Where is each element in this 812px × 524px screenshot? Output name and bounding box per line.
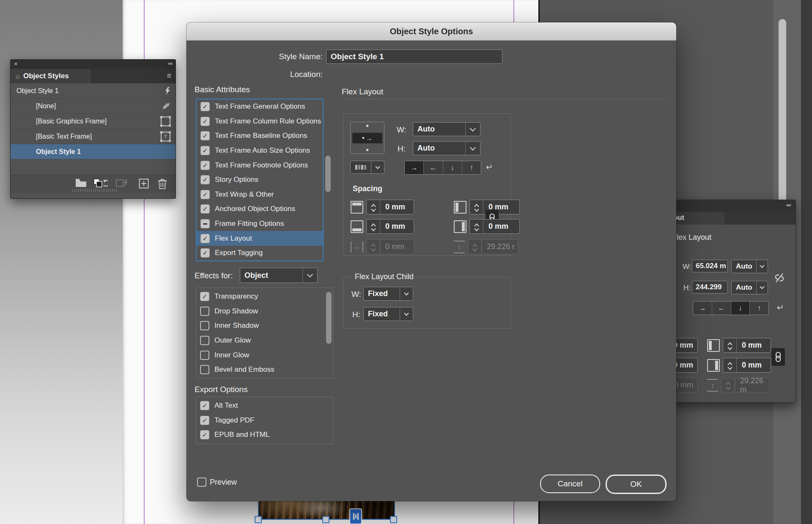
attr-row[interactable]: ✓Text Frame Auto Size Options	[197, 143, 323, 158]
attr-row[interactable]: ✓Text Frame General Options	[197, 99, 323, 114]
direction-up-button[interactable]: ↑	[462, 161, 481, 174]
top-spacing-stepper[interactable]: 0 mm	[366, 200, 414, 214]
clear-attributes-icon[interactable]	[115, 178, 128, 188]
ok-button[interactable]: OK	[606, 475, 667, 494]
align-dot-icon[interactable]	[366, 149, 368, 151]
attr-row[interactable]: ✓Story Options	[197, 173, 323, 187]
chevron-down-icon[interactable]	[371, 161, 384, 174]
effect-row[interactable]: Inner Shadow	[196, 318, 333, 333]
width-value-field[interactable]: 65.024 m	[692, 260, 728, 272]
style-name-input[interactable]: Object Style 1	[326, 49, 502, 64]
direction-down-button[interactable]: ↓	[731, 302, 750, 315]
attr-row[interactable]: ✓Text Frame Baseline Options	[197, 129, 323, 143]
style-row-header[interactable]: Object Style 1	[11, 83, 176, 99]
close-icon[interactable]: ×	[14, 60, 18, 67]
checkbox[interactable]	[200, 307, 209, 316]
left-spacing-stepper[interactable]: 0 mm	[723, 338, 771, 353]
checkbox[interactable]: ✓	[200, 416, 209, 425]
style-row-basic-graphics[interactable]: [Basic Graphics Frame]	[11, 114, 176, 129]
checkbox[interactable]: ✓	[200, 117, 210, 126]
wrap-mode-button[interactable]	[350, 161, 384, 174]
effects-scrollbar[interactable]	[326, 292, 332, 344]
cancel-button[interactable]: Cancel	[540, 475, 600, 493]
style-row-none[interactable]: [None]	[11, 99, 176, 114]
wrap-return-icon[interactable]: ↵	[486, 162, 493, 172]
broken-link-icon[interactable]	[774, 272, 785, 284]
direction-left-button[interactable]: ←	[424, 161, 443, 174]
direction-right-button[interactable]: →	[405, 161, 424, 174]
style-row-object-style-1[interactable]: Object Style 1	[11, 144, 176, 159]
panel-menu-icon[interactable]: ≡	[167, 71, 171, 80]
effect-row[interactable]: Drop Shadow	[196, 304, 333, 319]
preview-checkbox[interactable]	[197, 477, 206, 487]
checkbox[interactable]: ✓	[200, 204, 210, 214]
collapse-icon[interactable]: ««	[168, 60, 172, 66]
checkbox[interactable]	[200, 336, 209, 345]
selection-handle[interactable]	[390, 516, 397, 523]
height-dropdown[interactable]: Auto	[413, 141, 480, 155]
export-row[interactable]: ✓Alt Text	[196, 398, 333, 413]
checkbox[interactable]: ✓	[200, 190, 210, 199]
checkbox[interactable]	[200, 365, 209, 374]
checkbox[interactable]: ✓	[200, 430, 209, 439]
right-spacing-stepper[interactable]: 0 mm	[469, 219, 520, 234]
effect-row[interactable]: Outer Glow	[196, 333, 333, 348]
create-new-style-icon[interactable]	[139, 178, 149, 189]
attr-row[interactable]: ✓Anchored Object Options	[197, 202, 323, 217]
checkbox[interactable]	[200, 321, 209, 330]
stepper-arrows[interactable]	[723, 338, 737, 352]
checkbox[interactable]: ✓	[200, 102, 210, 111]
selection-handle[interactable]	[322, 516, 329, 523]
height-mode-dropdown[interactable]: Auto	[731, 281, 768, 294]
checkbox[interactable]: ✓	[200, 234, 210, 243]
attr-row[interactable]: ✓Text Frame Footnote Options	[197, 158, 323, 173]
flex-child-badge-icon[interactable]	[349, 508, 362, 524]
child-height-dropdown[interactable]: Fixed	[363, 307, 413, 321]
effect-row[interactable]: Inner Glow	[196, 348, 333, 362]
right-spacing-stepper[interactable]: 0 mm	[723, 358, 771, 373]
direction-right-button[interactable]: →	[693, 302, 712, 315]
checkbox[interactable]: ✓	[200, 292, 209, 301]
height-value-field[interactable]: 244.299	[692, 281, 728, 294]
direction-left-button[interactable]: ←	[712, 302, 731, 315]
width-mode-dropdown[interactable]: Auto	[731, 260, 768, 273]
attr-row[interactable]: ✓Export Tagging	[197, 246, 323, 261]
direction-down-button[interactable]: ↓	[443, 161, 462, 174]
effect-row[interactable]: ✓Transparency	[196, 289, 333, 304]
checkbox[interactable]: ✓	[200, 175, 210, 184]
stepper-arrows[interactable]	[367, 219, 380, 233]
attr-row[interactable]: ✓Text Frame Column Rule Options	[197, 114, 323, 129]
direction-up-button[interactable]: ↑	[750, 302, 768, 315]
alignment-proxy-widget[interactable]: →	[350, 122, 384, 154]
checkbox[interactable]: ✓	[200, 161, 210, 170]
export-row[interactable]: ✓EPUB and HTML	[196, 428, 333, 442]
panel-resize-grip[interactable]	[72, 189, 118, 192]
stepper-arrows[interactable]	[470, 200, 483, 214]
style-group-folder-icon[interactable]	[75, 178, 87, 187]
stepper-arrows[interactable]	[367, 200, 380, 214]
dialog-titlebar[interactable]: Object Style Options	[187, 22, 676, 41]
delete-style-icon[interactable]	[158, 178, 167, 189]
checkbox[interactable]: ✓	[200, 401, 209, 410]
selection-handle[interactable]	[255, 516, 262, 523]
stepper-arrows[interactable]	[723, 358, 737, 372]
attr-row[interactable]: ✓Text Wrap & Other	[197, 187, 323, 202]
tab-object-styles[interactable]: ◇ Object Styles	[11, 69, 91, 83]
wrap-return-icon[interactable]: ↵	[777, 302, 784, 313]
vertical-scrollbar[interactable]	[779, 19, 786, 213]
align-selected-icon[interactable]: →	[352, 133, 382, 143]
effect-row[interactable]: Bevel and Emboss	[196, 362, 333, 377]
export-row[interactable]: ✓Tagged PDF	[196, 413, 333, 428]
clear-overrides-icon[interactable]	[93, 178, 108, 189]
panel-toggle-icon[interactable]: ◇	[16, 73, 20, 80]
attributes-scrollbar[interactable]	[325, 156, 331, 192]
effects-for-dropdown[interactable]: Object	[240, 268, 318, 283]
checkbox[interactable]	[200, 351, 209, 360]
stepper-arrows[interactable]	[470, 219, 483, 233]
checkbox[interactable]: ✓	[200, 131, 210, 140]
bottom-spacing-stepper[interactable]: 0 mm	[366, 219, 414, 234]
width-dropdown[interactable]: Auto	[413, 122, 480, 136]
attr-row-selected[interactable]: ✓Flex Layout	[197, 231, 323, 246]
style-row-basic-text[interactable]: [Basic Text Frame] T	[11, 129, 176, 144]
child-width-dropdown[interactable]: Fixed	[363, 287, 413, 301]
